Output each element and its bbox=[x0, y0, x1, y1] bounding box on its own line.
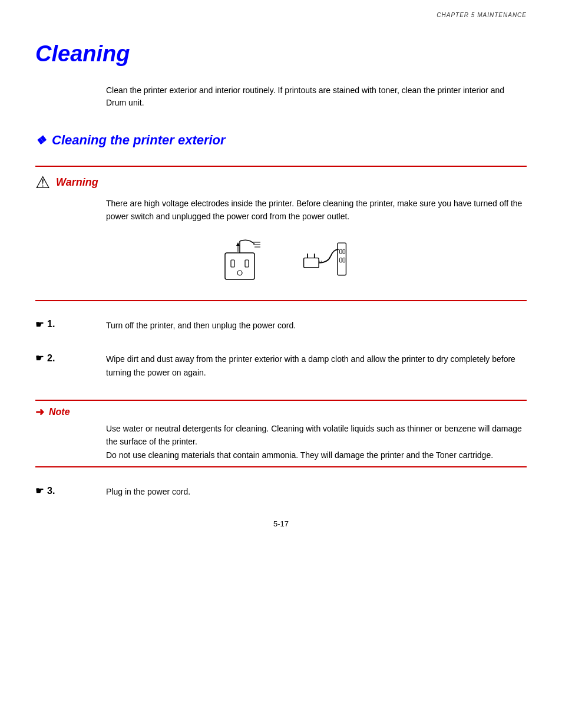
note-arrow-icon: ➜ bbox=[35, 406, 44, 419]
svg-marker-6 bbox=[236, 242, 240, 246]
svg-rect-14 bbox=[340, 249, 342, 253]
step-2-row: ☛ 2. Wipe dirt and dust away from the pr… bbox=[35, 353, 527, 379]
step-2-marker: ☛ 2. bbox=[35, 353, 106, 364]
step-2-text: Wipe dirt and dust away from the printer… bbox=[106, 353, 527, 379]
page: CHAPTER 5 MAINTENANCE Cleaning Clean the… bbox=[0, 0, 562, 564]
step-3-marker: ☛ 3. bbox=[35, 485, 106, 496]
note-box: ➜ Note Use water or neutral detergents f… bbox=[35, 400, 527, 467]
intro-text: Clean the printer exterior and interior … bbox=[106, 84, 527, 109]
page-title: Cleaning bbox=[35, 41, 527, 67]
step-1-arrow-icon: ☛ bbox=[35, 319, 44, 330]
svg-point-3 bbox=[237, 271, 242, 275]
warning-text: There are high voltage electrodes inside… bbox=[106, 197, 527, 223]
svg-rect-16 bbox=[340, 258, 342, 262]
svg-rect-2 bbox=[245, 260, 249, 267]
step-3-row: ☛ 3. Plug in the power cord. bbox=[35, 485, 527, 498]
step-2-number: 2. bbox=[47, 353, 55, 364]
step-1-row: ☛ 1. Turn off the printer, and then unpl… bbox=[35, 319, 527, 332]
step-3-arrow-icon: ☛ bbox=[35, 485, 44, 496]
note-text: Use water or neutral detergents for clea… bbox=[106, 422, 527, 462]
note-label: Note bbox=[49, 407, 70, 417]
step-3-number: 3. bbox=[47, 486, 55, 496]
warning-illustrations bbox=[35, 235, 527, 288]
step-1-marker: ☛ 1. bbox=[35, 319, 106, 330]
warning-header: ⚠ Warning bbox=[35, 173, 527, 192]
svg-rect-15 bbox=[343, 249, 345, 253]
warning-triangle-icon: ⚠ bbox=[35, 173, 50, 192]
page-number: 5-17 bbox=[35, 519, 527, 528]
section-heading: ❖ Cleaning the printer exterior bbox=[35, 133, 527, 148]
step-1-number: 1. bbox=[47, 319, 55, 330]
power-cord-illustration bbox=[296, 235, 355, 288]
svg-rect-1 bbox=[231, 260, 234, 267]
chapter-header: CHAPTER 5 MAINTENANCE bbox=[437, 12, 527, 18]
diamond-icon: ❖ bbox=[35, 133, 46, 147]
svg-rect-10 bbox=[304, 258, 319, 267]
warning-box: ⚠ Warning There are high voltage electro… bbox=[35, 166, 527, 301]
step-2-arrow-icon: ☛ bbox=[35, 353, 44, 364]
power-switch-illustration bbox=[207, 235, 272, 288]
svg-rect-17 bbox=[343, 258, 345, 262]
step-3-text: Plug in the power cord. bbox=[106, 485, 527, 498]
step-1-text: Turn off the printer, and then unplug th… bbox=[106, 319, 527, 332]
note-header: ➜ Note bbox=[35, 406, 527, 419]
warning-label: Warning bbox=[56, 176, 98, 189]
